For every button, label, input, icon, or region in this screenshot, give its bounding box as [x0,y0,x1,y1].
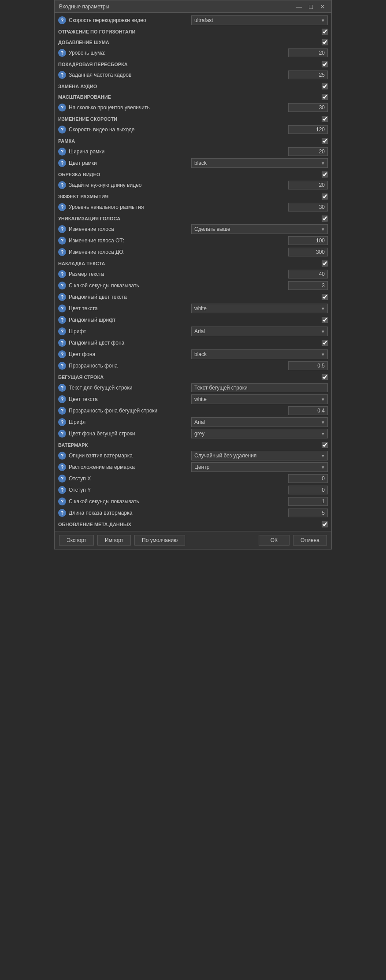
input-watermark-offset-y[interactable] [288,486,328,494]
section-checkbox-scale[interactable] [322,94,328,100]
section-checkbox-text-overlay[interactable] [322,260,328,267]
export-button[interactable]: Экспорт [59,535,94,546]
help-icon-voice-from[interactable]: ? [58,237,66,245]
input-voice-to[interactable] [288,248,328,256]
input-ticker-bg-opacity[interactable] [288,406,328,415]
select-voice-change[interactable]: Сделать вышеСделать нижеБез изменений [191,224,328,234]
section-label-speed-change: ИЗМЕНЕНИЕ СКОРОСТИ [58,116,318,122]
checkbox-text-random-bg[interactable] [322,340,328,346]
help-icon-text-random-font[interactable]: ? [58,316,66,324]
select-watermark-position[interactable]: ЦентрВерх-ЛевоВерх-ПравоНиз-ЛевоНиз-Прав… [191,462,328,472]
cancel-button[interactable]: Отмена [293,535,327,546]
help-icon-text-size[interactable]: ? [58,270,66,278]
section-checkbox-speed-change[interactable] [322,116,328,122]
maximize-button[interactable]: □ [308,3,315,10]
input-watermark-from-sec[interactable] [288,497,328,506]
section-label-frame-reorder: ПОКАДРОВАЯ ПЕРЕСБОРКА [58,62,318,67]
help-icon-voice-to[interactable]: ? [58,248,66,256]
help-icon-watermark-from-sec[interactable]: ? [58,497,66,505]
input-frame-width[interactable] [288,147,328,156]
input-text-bg-opacity[interactable] [288,361,328,370]
help-icon-text-random-color[interactable]: ? [58,293,66,301]
checkbox-text-random-font[interactable] [322,317,328,323]
help-icon-watermark-offset-x[interactable]: ? [58,475,66,483]
row-frame-color: ?Цвет рамкиblackwhiteredgreenblueyellow▼ [55,157,331,169]
section-checkbox-frame[interactable] [322,138,328,144]
help-icon-ticker-bg-color[interactable]: ? [58,430,66,438]
help-icon-video-speed[interactable]: ? [58,16,66,24]
section-ticker: БЕГУЩАЯ СТРОКА [55,371,331,382]
help-icon-watermark-offset-y[interactable]: ? [58,486,66,494]
section-checkbox-ticker[interactable] [322,374,328,380]
section-checkbox-meta-update[interactable] [322,521,328,527]
row-watermark-offset-x: ?Отступ X [55,473,331,484]
help-icon-scale-percent[interactable]: ? [58,104,66,111]
default-button[interactable]: По умолчанию [134,535,185,546]
input-text-from-sec[interactable] [288,281,328,290]
select-text-bg-color[interactable]: blackwhiteredgreenblueyellow [191,349,328,359]
row-watermark-offset-y: ?Отступ Y [55,484,331,496]
section-checkbox-crop-video[interactable] [322,171,328,178]
input-voice-from[interactable] [288,236,328,245]
select-ticker-bg-color[interactable]: greyblackwhiteredgreenblueyellow [191,429,328,438]
help-icon-frame-color[interactable]: ? [58,159,66,167]
help-icon-crop-length[interactable]: ? [58,181,66,189]
row-ticker-bg-color: ?Цвет фона бегущей строкиgreyblackwhiter… [55,428,331,439]
input-ticker-text[interactable] [191,383,328,392]
select-video-speed[interactable]: ultrafastsuperfastveryfastfasterfastmedi… [191,15,328,25]
select-ticker-font[interactable]: ArialTimes New RomanCourier NewVerdana [191,417,328,427]
help-icon-noise-level[interactable]: ? [58,49,66,57]
select-text-font[interactable]: ArialTimes New RomanCourier NewVerdana [191,327,328,336]
minimize-button[interactable]: — [294,3,304,10]
input-crop-length[interactable] [288,181,328,189]
help-icon-ticker-bg-opacity[interactable]: ? [58,407,66,415]
checkbox-text-random-color[interactable] [322,294,328,300]
help-icon-watermark-duration[interactable]: ? [58,509,66,517]
help-icon-text-bg-color[interactable]: ? [58,350,66,358]
help-icon-ticker-text[interactable]: ? [58,384,66,392]
select-watermark-option[interactable]: Случайный без удаленияСлучайный с удален… [191,451,328,460]
help-icon-watermark-option[interactable]: ? [58,452,66,460]
row-ticker-bg-opacity: ?Прозрачность фона бегущей строки [55,405,331,416]
select-text-color[interactable]: whiteblackredgreenblueyellow [191,304,328,313]
help-icon-ticker-text-color[interactable]: ? [58,395,66,403]
help-icon-blur-level[interactable]: ? [58,203,66,211]
section-checkbox-add-noise[interactable] [322,39,328,45]
row-frame-rate: ?Заданная частота кадров [55,69,331,81]
input-watermark-offset-x[interactable] [288,474,328,483]
help-icon-text-color[interactable]: ? [58,304,66,312]
row-text-size: ?Размер текста [55,268,331,280]
input-speed-out[interactable] [288,125,328,134]
section-checkbox-flip-horizontal[interactable] [322,29,328,35]
section-checkbox-audio-replace[interactable] [322,83,328,89]
section-checkbox-blur-effect[interactable] [322,193,328,200]
section-checkbox-voice-unique[interactable] [322,215,328,222]
input-frame-rate[interactable] [288,71,328,79]
select-ticker-text-color[interactable]: whiteblackredgreenblueyellow [191,394,328,404]
input-noise-level[interactable] [288,48,328,57]
help-icon-text-font[interactable]: ? [58,327,66,335]
import-button[interactable]: Импорт [97,535,131,546]
input-scale-percent[interactable] [288,103,328,112]
help-icon-text-random-bg[interactable]: ? [58,339,66,347]
select-wrap-watermark-option: Случайный без удаленияСлучайный с удален… [191,451,328,460]
help-icon-voice-change[interactable]: ? [58,225,66,233]
label-speed-out: Скорость видео на выходе [69,126,288,133]
section-checkbox-frame-reorder[interactable] [322,61,328,67]
help-icon-text-bg-opacity[interactable]: ? [58,362,66,370]
help-icon-frame-width[interactable]: ? [58,148,66,156]
input-blur-level[interactable] [288,203,328,212]
row-scale-percent: ?На сколько процентов увеличить [55,102,331,113]
ok-button[interactable]: ОК [259,535,290,546]
help-icon-frame-rate[interactable]: ? [58,71,66,79]
help-icon-text-from-sec[interactable]: ? [58,282,66,290]
section-label-text-overlay: НАКЛАДКА ТЕКСТА [58,261,318,266]
close-button[interactable]: ✕ [318,3,327,10]
select-frame-color[interactable]: blackwhiteredgreenblueyellow [191,158,328,168]
help-icon-watermark-position[interactable]: ? [58,463,66,471]
section-checkbox-watermark[interactable] [322,442,328,448]
input-text-size[interactable] [288,270,328,278]
help-icon-ticker-font[interactable]: ? [58,418,66,426]
help-icon-speed-out[interactable]: ? [58,126,66,134]
input-watermark-duration[interactable] [288,509,328,517]
